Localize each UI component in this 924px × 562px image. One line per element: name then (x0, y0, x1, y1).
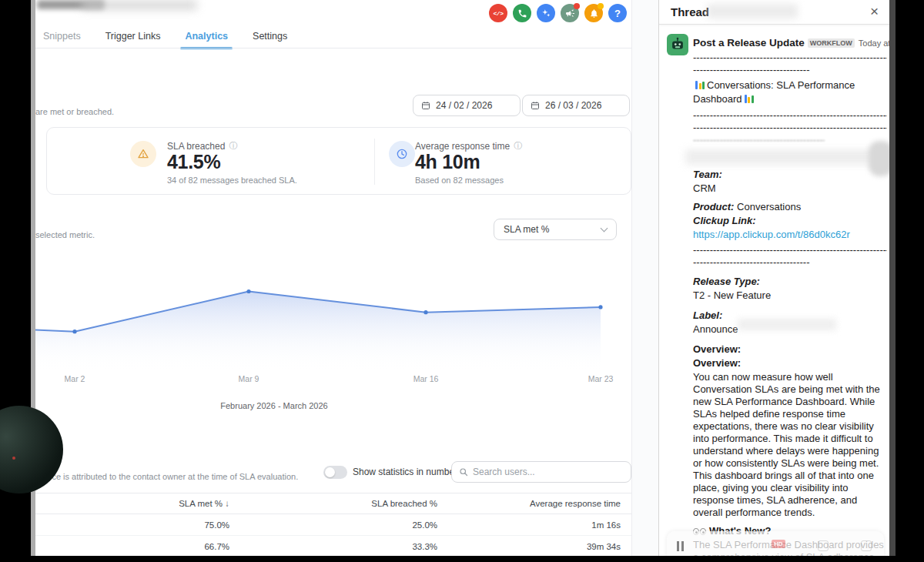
chart-data-point[interactable] (598, 305, 602, 309)
code-icon[interactable]: </> (489, 4, 507, 22)
team-value: CRM (693, 182, 887, 195)
robot-glyph (669, 36, 686, 53)
column-header[interactable]: Average response time (439, 499, 622, 508)
redacted-blur (685, 149, 889, 165)
sort-descending-icon[interactable]: ↓ (223, 499, 229, 508)
product-label: Product: (693, 201, 734, 212)
player-control-icon[interactable] (818, 540, 829, 551)
stat-subtext: Based on 82 messages (415, 176, 504, 185)
bell-glyph (589, 8, 599, 18)
bar-chart-emoji (745, 94, 754, 103)
megaphone-glyph (565, 8, 575, 18)
product-field: Product: Conversations (693, 201, 887, 213)
metric-dropdown[interactable]: SLA met % (494, 219, 617, 240)
x-axis-label: Mar 9 (230, 374, 267, 383)
dashed-divider-faded: ----------------------------------------… (693, 134, 825, 146)
message-timestamp[interactable]: Today at 7:31 AM (859, 38, 889, 48)
info-icon[interactable]: ⓘ (229, 140, 237, 152)
tab-trigger-links[interactable]: Trigger Links (104, 28, 162, 48)
expand-icon[interactable] (861, 540, 872, 551)
table-cell: 25.0% (231, 520, 439, 530)
stat-label-text: SLA breached (167, 141, 225, 152)
column-header[interactable]: SLA breached % (231, 499, 439, 508)
message-author[interactable]: Post a Release Update (693, 37, 805, 49)
x-axis-label: Mar 23 (582, 374, 619, 383)
hd-badge: HD (772, 540, 785, 548)
table-header-row: SLA met % ↓SLA breached %Average respons… (35, 493, 631, 514)
show-statistics-toggle[interactable] (323, 466, 347, 479)
tab-snippets[interactable]: Snippets (42, 28, 82, 48)
search-icon (459, 467, 468, 477)
table-cell: 66.7% (35, 542, 231, 551)
pause-icon[interactable] (677, 541, 684, 551)
table-cell: 75.0% (35, 520, 231, 530)
scrollbar-thumb[interactable] (869, 141, 889, 176)
stat-value: 4h 10m (415, 151, 480, 173)
info-icon[interactable]: ⓘ (514, 140, 522, 152)
workflow-bot-avatar[interactable] (667, 34, 688, 55)
table-cell: 33.3% (231, 542, 439, 551)
column-header[interactable]: SLA met % ↓ (35, 499, 231, 508)
date-from-value: 24 / 02 / 2026 (436, 100, 492, 111)
stat-label-text: Average response time (415, 141, 510, 152)
date-from-input[interactable]: 24 / 02 / 2026 (413, 95, 521, 116)
dashed-divider: ----------------------------------------… (693, 244, 887, 256)
users-intro-note: mance is attributed to the contact owner… (35, 472, 298, 481)
tab-settings[interactable]: Settings (251, 28, 289, 48)
chart-data-point[interactable] (72, 330, 76, 333)
bar-chart-emoji (695, 80, 705, 89)
thread-panel: Thread × Post a Release UpdateWORKFLOWTo… (658, 0, 889, 556)
chart-data-point[interactable] (424, 310, 427, 314)
clickup-link[interactable]: https://app.clickup.com/t/86d0kc62r (693, 229, 887, 241)
date-to-input[interactable]: 26 / 03 / 2026 (522, 95, 630, 116)
notification-dot (574, 3, 580, 9)
stat-value: 41.5% (167, 151, 220, 173)
search-users-input[interactable] (473, 467, 624, 477)
product-value: Conversations (737, 201, 801, 212)
stat-subtext: 34 of 82 messages breached SLA. (167, 176, 297, 185)
x-axis-label: Mar 16 (407, 374, 444, 383)
stat-label: Average response time ⓘ (415, 140, 522, 152)
users-table: SLA met % ↓SLA breached %Average respons… (35, 493, 631, 556)
close-icon[interactable]: × (870, 3, 879, 20)
overview-label-2: Overview: (693, 357, 887, 370)
date-to-value: 26 / 03 / 2026 (545, 100, 601, 111)
metric-dropdown-value: SLA met % (504, 224, 549, 235)
clickup-link-label: Clickup Link: (693, 215, 887, 227)
sparkles-icon[interactable] (537, 4, 555, 22)
stats-card: SLA breached ⓘ 41.5% 34 of 82 messages b… (46, 127, 631, 195)
megaphone-icon[interactable] (561, 4, 579, 22)
table-row[interactable]: 66.7%33.3%39m 34s (35, 536, 631, 556)
warning-icon (130, 141, 156, 167)
table-cell: 1m 16s (439, 520, 622, 530)
stat-label: SLA breached ⓘ (167, 140, 237, 152)
chart-data-point[interactable] (246, 289, 250, 293)
dashed-divider: ----------------------------------- (693, 256, 813, 268)
dashed-divider: ----------------------------------------… (693, 109, 887, 121)
window-edge (889, 0, 896, 556)
message-body: ----------------------------------------… (693, 51, 887, 556)
phone-icon[interactable] (513, 4, 531, 22)
chevron-down-icon (601, 225, 608, 232)
search-users-box (451, 461, 631, 483)
message-header: Post a Release UpdateWORKFLOWToday at 7:… (693, 35, 886, 49)
sla-trend-chart-svg (35, 276, 631, 372)
dashed-divider: ----------------------------------------… (693, 122, 887, 133)
table-row[interactable]: 75.0%25.0%1m 16s (35, 514, 631, 536)
table-body: 75.0%25.0%1m 16s66.7%33.3%39m 34s (35, 514, 631, 556)
help-icon[interactable]: ? (608, 4, 627, 22)
video-player-overlay: HD (667, 531, 884, 556)
chart-caption: February 2026 - March 2026 (159, 401, 390, 410)
content-gutter (631, 0, 658, 556)
stat-divider (374, 139, 375, 185)
redacted-blur (82, 0, 197, 10)
release-type-value: T2 - New Feature (693, 289, 887, 302)
calendar-icon (421, 101, 430, 110)
tab-analytics[interactable]: Analytics (183, 28, 229, 48)
sla-intro-note: are met or breached. (35, 107, 114, 116)
dashed-divider: ----------------------------------------… (693, 52, 887, 63)
bell-icon[interactable] (584, 4, 603, 22)
x-axis-label: Mar 2 (56, 374, 93, 383)
chart-x-axis: Mar 2Mar 9Mar 16Mar 23 (35, 374, 631, 385)
notification-dot (598, 3, 604, 9)
